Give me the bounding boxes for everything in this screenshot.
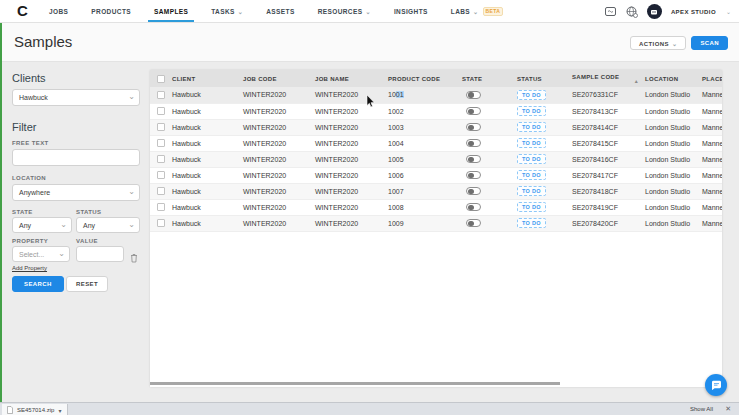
table-row[interactable]: HawbuckWINTER2020WINTER20201006TO DOSE20… xyxy=(150,167,722,183)
status-select-value: Any xyxy=(83,222,95,229)
state-toggle-off[interactable] xyxy=(466,203,481,211)
row-checkbox[interactable] xyxy=(157,203,165,211)
download-file-name: SE457014.zip xyxy=(17,407,54,413)
value-input[interactable] xyxy=(76,246,124,262)
user-avatar[interactable] xyxy=(647,4,662,19)
table-row[interactable]: HawbuckWINTER2020WINTER20201005TO DOSE20… xyxy=(150,151,722,167)
search-button[interactable]: SEARCH xyxy=(12,276,64,292)
nav-item-jobs[interactable]: JOBS xyxy=(49,0,68,22)
status-badge: TO DO xyxy=(517,218,546,228)
beta-badge: BETA xyxy=(483,7,504,16)
app-logo[interactable]: C xyxy=(17,3,33,19)
chat-launcher-button[interactable] xyxy=(705,374,727,396)
state-toggle-off[interactable] xyxy=(466,139,481,147)
row-checkbox[interactable] xyxy=(157,107,165,115)
cell-product-code: 1001 xyxy=(386,87,460,103)
cell-product-code: 1008 xyxy=(386,199,460,215)
cell-sample-code: SE2076331CF xyxy=(570,87,643,103)
row-checkbox[interactable] xyxy=(157,219,165,227)
state-toggle-off[interactable] xyxy=(466,107,481,115)
column-header-location[interactable]: LOCATION xyxy=(643,70,700,87)
column-header-client[interactable]: CLIENT xyxy=(170,70,241,87)
add-property-link[interactable]: Add Property xyxy=(12,265,47,271)
actions-button[interactable]: ACTIONS ⌄ xyxy=(630,36,686,50)
status-badge: TO DO xyxy=(517,106,546,116)
row-checkbox[interactable] xyxy=(157,187,165,195)
cell-location: London Studio xyxy=(643,215,700,231)
row-checkbox[interactable] xyxy=(157,139,165,147)
state-select-value: Any xyxy=(19,222,31,229)
state-toggle-off[interactable] xyxy=(466,123,481,131)
nav-item-assets[interactable]: ASSETS xyxy=(266,0,294,22)
nav-item-tasks[interactable]: TASKS⌄ xyxy=(211,0,243,22)
show-all-downloads-button[interactable]: Show All xyxy=(690,406,713,412)
column-header-product-code[interactable]: PRODUCT CODE xyxy=(386,70,460,87)
state-toggle-off[interactable] xyxy=(466,187,481,195)
nav-item-labs[interactable]: LABS⌄BETA xyxy=(451,0,504,22)
nav-item-insights[interactable]: INSIGHTS xyxy=(394,0,428,22)
state-toggle-off[interactable] xyxy=(466,155,481,163)
status-badge: TO DO xyxy=(517,170,546,180)
download-chevron-down-icon: ▾ xyxy=(58,407,61,414)
status-badge: TO DO xyxy=(517,154,546,164)
table-row[interactable]: HawbuckWINTER2020WINTER20201001TO DOSE20… xyxy=(150,87,722,103)
status-badge: TO DO xyxy=(517,90,546,100)
select-all-column-header[interactable] xyxy=(150,70,170,87)
text-selection-highlight: 01 xyxy=(396,91,404,98)
chevron-down-icon: ⌄ xyxy=(128,190,135,194)
select-all-checkbox[interactable] xyxy=(157,75,165,83)
account-name[interactable]: APEX STUDIO xyxy=(671,9,716,15)
status-select[interactable]: Any ⌄ xyxy=(76,217,140,233)
account-chevron-down-icon[interactable]: ⌄ xyxy=(726,8,731,15)
location-select-value: Anywhere xyxy=(19,189,50,196)
table-row[interactable]: HawbuckWINTER2020WINTER20201008TO DOSE20… xyxy=(150,199,722,215)
state-toggle-off[interactable] xyxy=(466,91,481,99)
cell-place: Mannequin xyxy=(700,103,722,119)
column-header-state[interactable]: STATE xyxy=(460,70,515,87)
table-row[interactable]: HawbuckWINTER2020WINTER20201009TO DOSE20… xyxy=(150,215,722,231)
column-header-job-code[interactable]: JOB CODE xyxy=(241,70,313,87)
free-text-input[interactable] xyxy=(12,149,140,166)
cell-place: Mannequin xyxy=(700,215,722,231)
cell-job-code: WINTER2020 xyxy=(241,167,313,183)
reset-button[interactable]: RESET xyxy=(66,276,108,292)
row-checkbox[interactable] xyxy=(157,91,165,99)
column-header-sample-code[interactable]: SAMPLE CODE▲ xyxy=(570,70,643,87)
row-checkbox[interactable] xyxy=(157,123,165,131)
nav-item-samples[interactable]: SAMPLES xyxy=(154,0,188,22)
state-toggle-off[interactable] xyxy=(466,171,481,179)
client-select[interactable]: Hawbuck ⌄ xyxy=(12,89,140,106)
scan-button[interactable]: SCAN xyxy=(691,36,728,50)
toggle-knob xyxy=(468,205,474,211)
horizontal-scrollbar-thumb[interactable] xyxy=(150,382,560,385)
table-row[interactable]: HawbuckWINTER2020WINTER20201003TO DOSE20… xyxy=(150,119,722,135)
location-select[interactable]: Anywhere ⌄ xyxy=(12,184,140,201)
column-header-status[interactable]: STATUS xyxy=(515,70,570,87)
state-select[interactable]: Any ⌄ xyxy=(12,217,72,233)
row-checkbox[interactable] xyxy=(157,171,165,179)
column-header-job-name[interactable]: JOB NAME xyxy=(313,70,386,87)
cell-location: London Studio xyxy=(643,151,700,167)
globe-settings-icon[interactable] xyxy=(626,6,638,18)
chevron-down-icon: ⌄ xyxy=(58,252,65,256)
messages-icon[interactable] xyxy=(605,6,617,18)
cell-status: TO DO xyxy=(515,183,570,199)
location-label: LOCATION xyxy=(12,175,46,181)
close-downloads-bar-icon[interactable]: ✕ xyxy=(725,405,731,413)
nav-item-label: PRODUCTS xyxy=(91,8,131,15)
table-row[interactable]: HawbuckWINTER2020WINTER20201002TO DOSE20… xyxy=(150,103,722,119)
state-toggle-off[interactable] xyxy=(466,219,481,227)
cell-place: Mannequin xyxy=(700,199,722,215)
nav-item-products[interactable]: PRODUCTS xyxy=(91,0,131,22)
nav-item-resources[interactable]: RESOURCES⌄ xyxy=(318,0,371,22)
column-header-place[interactable]: PLACE xyxy=(700,70,722,87)
trash-icon[interactable] xyxy=(130,249,138,267)
table-row[interactable]: HawbuckWINTER2020WINTER20201004TO DOSE20… xyxy=(150,135,722,151)
cell-sample-code: SE2078417CF xyxy=(570,167,643,183)
row-checkbox[interactable] xyxy=(157,155,165,163)
cell-place: Mannequin xyxy=(700,151,722,167)
property-select[interactable]: Select... ⌄ xyxy=(12,246,70,262)
download-item[interactable]: SE457014.zip ▾ xyxy=(2,404,68,415)
cell-sample-code: SE2078418CF xyxy=(570,183,643,199)
table-row[interactable]: HawbuckWINTER2020WINTER20201007TO DOSE20… xyxy=(150,183,722,199)
